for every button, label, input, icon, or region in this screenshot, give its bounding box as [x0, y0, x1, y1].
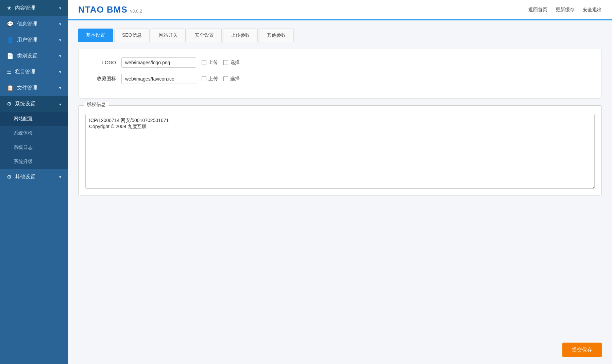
main-area: NTAO BMS v3.0.2 返回首页 更新缓存 安全退出 基本设置 SEO信…	[68, 0, 612, 364]
submenu-label-system-upgrade: 系统升级	[14, 159, 33, 164]
list-icon: ☰	[7, 69, 12, 75]
favicon-row: 收藏图标 上传 选择	[89, 74, 591, 84]
tab-basic-settings[interactable]: 基本设置	[78, 29, 113, 42]
submit-button[interactable]: 提交保存	[562, 343, 602, 357]
clipboard-icon: 📋	[7, 85, 14, 91]
sidebar-submenu-item-system-upgrade[interactable]: 系统升级	[0, 155, 68, 169]
sidebar-label-info-management: 信息管理	[17, 21, 37, 27]
system-settings-submenu: 网站配置 系统体检 系统日志 系统升级	[0, 112, 68, 169]
chevron-down-icon-6: ▾	[59, 86, 61, 90]
sidebar-label-content-management: 内容管理	[15, 5, 35, 11]
favicon-select-label: 选择	[230, 76, 240, 82]
logo-select-action[interactable]: 选择	[223, 59, 240, 66]
sidebar-label-user-management: 用户管理	[17, 37, 37, 43]
tab-upload-params[interactable]: 上传参数	[223, 29, 258, 42]
copyright-section: 版权信息 ICP/12006714 网安/50010702501671 Copy…	[78, 105, 602, 195]
chevron-down-icon-2: ▾	[59, 22, 61, 27]
logo-row: LOGO 上传 选择	[89, 57, 591, 68]
safe-logout-button[interactable]: 安全退出	[583, 5, 602, 14]
logo-select-label: 选择	[230, 59, 240, 66]
gear-icon: ⚙	[7, 101, 12, 107]
favicon-upload-label: 上传	[208, 76, 218, 82]
chevron-down-icon-4: ▾	[59, 54, 61, 58]
header: NTAO BMS v3.0.2 返回首页 更新缓存 安全退出	[68, 0, 612, 20]
favicon-upload-action[interactable]: 上传	[202, 76, 218, 82]
logo-upload-label: 上传	[208, 59, 218, 66]
content-area: 基本设置 SEO信息 网站开关 安全设置 上传参数 其他参数 LOGO 上传	[68, 20, 612, 364]
sidebar-item-category-settings[interactable]: 📄 类别设置 ▾	[0, 48, 68, 64]
header-actions: 返回首页 更新缓存 安全退出	[528, 5, 602, 14]
favicon-input[interactable]	[121, 74, 196, 84]
sidebar-label-other-settings: 其他设置	[15, 174, 35, 180]
brand-title: NTAO BMS	[78, 4, 128, 15]
sidebar-label-file-management: 文件管理	[17, 85, 37, 91]
gear-icon-2: ⚙	[7, 174, 12, 180]
sidebar-submenu-item-system-log[interactable]: 系统日志	[0, 140, 68, 155]
submenu-label-website-config: 网站配置	[14, 116, 33, 121]
sidebar-item-info-management[interactable]: 💬 信息管理 ▾	[0, 16, 68, 32]
chevron-down-icon-5: ▾	[59, 70, 61, 74]
favicon-select-action[interactable]: 选择	[223, 76, 240, 82]
comment-icon: 💬	[7, 21, 14, 27]
submenu-label-system-log: 系统日志	[14, 144, 33, 150]
sidebar-item-column-management[interactable]: ☰ 栏目管理 ▾	[0, 64, 68, 80]
favicon-actions: 上传 选择	[202, 76, 240, 82]
copyright-textarea[interactable]: ICP/12006714 网安/50010702501671 Copyright…	[85, 114, 595, 189]
submenu-label-system-check: 系统体检	[14, 130, 33, 136]
favicon-label: 收藏图标	[89, 76, 116, 82]
logo-actions: 上传 选择	[202, 59, 240, 66]
logo-select-checkbox[interactable]	[223, 60, 228, 65]
tab-bar: 基本设置 SEO信息 网站开关 安全设置 上传参数 其他参数	[78, 29, 602, 42]
logo-upload-checkbox[interactable]	[202, 60, 206, 65]
favicon-upload-checkbox[interactable]	[202, 76, 206, 81]
tab-website-switch[interactable]: 网站开关	[151, 29, 186, 42]
sidebar: ★ 内容管理 ▾ 💬 信息管理 ▾ 👤 用户管理 ▾ 📄 类别设置 ▾ ☰ 栏目…	[0, 0, 68, 364]
star-icon: ★	[7, 5, 12, 11]
user-icon: 👤	[7, 37, 14, 43]
chevron-up-icon: ▴	[59, 102, 61, 106]
sidebar-item-system-settings[interactable]: ⚙ 系统设置 ▴	[0, 96, 68, 112]
logo-favicon-panel: LOGO 上传 选择 收藏图标	[78, 49, 602, 99]
file-icon: 📄	[7, 53, 14, 59]
submit-bar: 提交保存	[562, 343, 602, 357]
sidebar-label-column-management: 栏目管理	[15, 69, 35, 75]
chevron-down-icon-3: ▾	[59, 38, 61, 42]
copyright-legend: 版权信息	[84, 102, 108, 108]
refresh-cache-button[interactable]: 更新缓存	[556, 5, 575, 14]
tab-seo-info[interactable]: SEO信息	[114, 29, 150, 42]
favicon-select-checkbox[interactable]	[223, 76, 228, 81]
sidebar-item-other-settings[interactable]: ⚙ 其他设置 ▾	[0, 169, 68, 185]
tab-other-params[interactable]: 其他参数	[259, 29, 294, 42]
sidebar-item-user-management[interactable]: 👤 用户管理 ▾	[0, 32, 68, 48]
brand-version: v3.0.2	[130, 8, 142, 14]
chevron-down-icon-7: ▾	[59, 175, 61, 179]
chevron-down-icon: ▾	[59, 6, 61, 11]
logo-input[interactable]	[121, 57, 196, 68]
logo-upload-action[interactable]: 上传	[202, 59, 218, 66]
sidebar-item-content-management[interactable]: ★ 内容管理 ▾	[0, 0, 68, 16]
sidebar-label-system-settings: 系统设置	[15, 101, 35, 107]
sidebar-item-file-management[interactable]: 📋 文件管理 ▾	[0, 80, 68, 96]
back-home-button[interactable]: 返回首页	[528, 5, 547, 14]
sidebar-label-category-settings: 类别设置	[17, 53, 37, 59]
logo-label: LOGO	[89, 60, 116, 65]
sidebar-submenu-item-website-config[interactable]: 网站配置	[0, 112, 68, 126]
sidebar-submenu-item-system-check[interactable]: 系统体检	[0, 126, 68, 140]
brand: NTAO BMS v3.0.2	[78, 4, 142, 15]
tab-security-settings[interactable]: 安全设置	[187, 29, 222, 42]
